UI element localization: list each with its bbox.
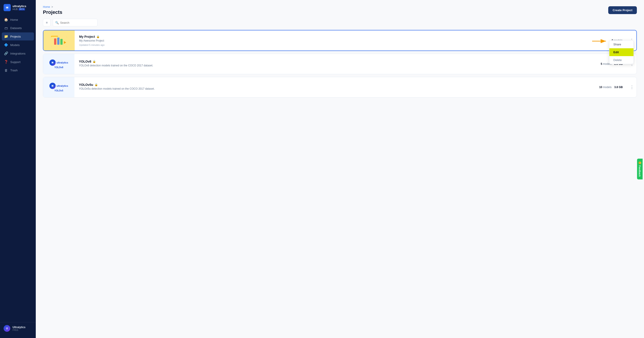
- project-info-yolov8: YOLOv8 🔒 YOLOv8 detection models trained…: [74, 56, 601, 72]
- sidebar-item-projects-label: Projects: [10, 35, 21, 38]
- feedback-label: Feedback: [639, 166, 641, 177]
- footer-user: Ultralytics FREE: [12, 326, 26, 331]
- breadcrumb: Home >: [43, 5, 637, 8]
- svg-rect-4: [54, 38, 56, 45]
- logo-name: ultralytics: [12, 5, 26, 8]
- avatar: U: [4, 325, 10, 332]
- user-name: Ultralytics: [12, 326, 26, 329]
- project-info-my-project: My Project 🔒 My Awesome Project Updated …: [75, 31, 612, 50]
- lock-icon-yolov8: 🔒: [92, 60, 96, 63]
- project-card-yolov5u[interactable]: ultralytics YOLOv5 YOLOv5u 🔒 YOLOv5u det…: [43, 77, 637, 98]
- filter-icon: ≡: [46, 21, 48, 24]
- project-thumbnail-yolov8: ultralytics YOLOv8: [43, 54, 74, 74]
- project-desc-yolov8: YOLOv8 detection models trained on the C…: [79, 64, 596, 67]
- user-plan: FREE: [12, 329, 26, 331]
- svg-rect-6: [60, 39, 62, 45]
- project-desc-yolov5u: YOLOv5u detection models trained on the …: [79, 87, 595, 90]
- sidebar-item-home-label: Home: [10, 18, 18, 22]
- create-project-button[interactable]: Create Project: [608, 6, 637, 14]
- sidebar-item-support-label: Support: [10, 60, 20, 64]
- project-card-yolov8[interactable]: ultralytics YOLOv8 YOLOv8 🔒 YOLOv8 detec…: [43, 54, 637, 74]
- project-name-yolov8: YOLOv8: [79, 60, 91, 63]
- sidebar-item-datasets-label: Datasets: [10, 26, 22, 30]
- project-info-yolov5u: YOLOv5u 🔒 YOLOv5u detection models train…: [74, 79, 599, 95]
- sidebar-item-projects[interactable]: 📁 Projects: [2, 32, 34, 40]
- project-size-yolov5u: 3.8 GB: [614, 86, 623, 89]
- sidebar-nav: 🏠 Home 🗃 Datasets 📁 Projects 🔷 Models 🔗 …: [0, 16, 36, 320]
- breadcrumb-home[interactable]: Home: [43, 5, 50, 8]
- sidebar-item-datasets[interactable]: 🗃 Datasets: [2, 24, 34, 32]
- feedback-tab[interactable]: 😊 Feedback: [637, 159, 643, 180]
- sidebar-item-home[interactable]: 🏠 Home: [2, 16, 34, 24]
- support-icon: ❓: [4, 60, 8, 64]
- context-menu-share[interactable]: Share: [609, 40, 634, 48]
- project-name-my-project: My Project: [79, 35, 95, 38]
- project-card-my-project[interactable]: My Project 🔒 My Awesome Project Updated …: [43, 30, 637, 51]
- logo: ultralytics HUB BETA: [0, 0, 36, 16]
- integrations-icon: 🔗: [4, 52, 8, 56]
- projects-icon: 📁: [4, 34, 8, 38]
- breadcrumb-separator: >: [52, 5, 53, 8]
- datasets-icon: 🗃: [4, 26, 8, 30]
- sidebar-item-trash-label: Trash: [10, 69, 18, 72]
- project-menu-button-yolov5u[interactable]: ⋮: [627, 83, 636, 92]
- project-desc-my-project: My Awesome Project: [79, 39, 607, 42]
- svg-rect-5: [57, 38, 60, 45]
- ultralytics-logo-yolov8: ultralytics YOLOv8: [50, 60, 68, 69]
- project-thumbnail-my-project: [43, 30, 75, 50]
- beta-badge: BETA: [18, 8, 25, 10]
- sidebar-item-support[interactable]: ❓ Support: [2, 58, 34, 66]
- logo-text: ultralytics HUB BETA: [12, 5, 26, 10]
- sidebar-footer: U Ultralytics FREE: [0, 322, 36, 334]
- search-box: 🔍: [53, 19, 98, 26]
- sidebar-item-integrations-label: Integrations: [10, 52, 26, 55]
- sidebar: ultralytics HUB BETA 🏠 Home 🗃 Datasets 📁…: [0, 0, 36, 338]
- context-menu-edit[interactable]: Edit: [609, 48, 634, 56]
- home-icon: 🏠: [4, 18, 8, 22]
- logo-hub: HUB: [12, 8, 18, 10]
- ultralytics-logo-yolov5u: ultralytics YOLOv5: [50, 83, 68, 92]
- project-thumbnail-yolov5u: ultralytics YOLOv5: [43, 77, 74, 97]
- project-meta-yolov5u: 10 models 3.8 GB: [599, 86, 627, 89]
- feedback-icon: 😊: [638, 162, 641, 164]
- main-header: Home > Projects Create Project: [36, 0, 644, 19]
- main-content: Home > Projects Create Project ≡ 🔍: [36, 0, 644, 338]
- sidebar-item-models[interactable]: 🔷 Models: [2, 41, 34, 49]
- sidebar-item-integrations[interactable]: 🔗 Integrations: [2, 50, 34, 58]
- lock-icon-my-project: 🔒: [96, 35, 100, 38]
- models-icon: 🔷: [4, 43, 8, 47]
- search-icon: 🔍: [55, 21, 59, 24]
- project-name-yolov5u: YOLOv5u: [79, 83, 93, 86]
- projects-list: My Project 🔒 My Awesome Project Updated …: [36, 30, 644, 100]
- sidebar-item-trash[interactable]: 🗑 Trash: [2, 66, 34, 74]
- sidebar-item-models-label: Models: [10, 43, 20, 47]
- filter-button[interactable]: ≡: [43, 19, 50, 26]
- search-input[interactable]: [60, 21, 95, 24]
- project-models-yolov5u: 10 models: [599, 86, 612, 89]
- logo-icon: [4, 4, 11, 11]
- trash-icon: 🗑: [4, 68, 8, 72]
- context-menu: Share Edit Delete: [609, 40, 634, 64]
- project-updated-my-project: Updated 5 minutes ago: [79, 44, 607, 46]
- context-menu-delete[interactable]: Delete: [609, 56, 634, 64]
- lock-icon-yolov5u: 🔒: [94, 83, 98, 86]
- page-title: Projects: [43, 10, 637, 15]
- edit-arrow: [592, 39, 608, 44]
- toolbar: ≡ 🔍: [36, 19, 644, 30]
